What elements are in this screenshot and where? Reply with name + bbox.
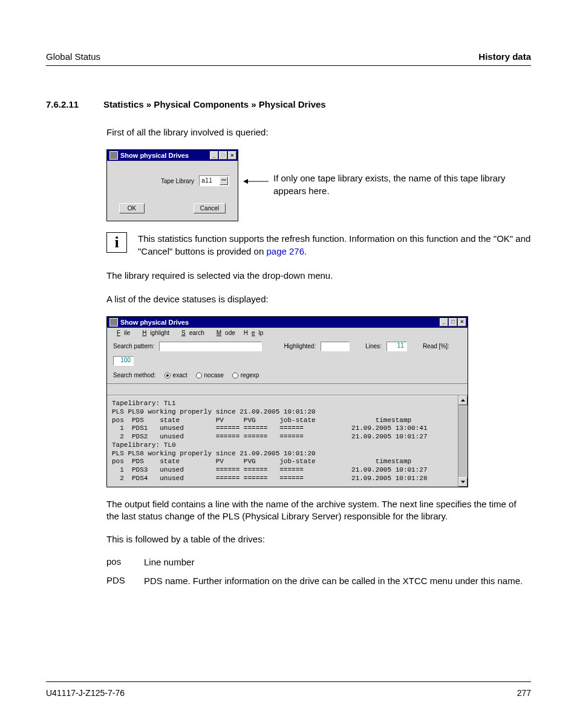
- para-table-intro: This is followed by a table of the drive…: [106, 533, 531, 545]
- select-library-dialog: Show physical Drives _ □ × Tape Library …: [106, 149, 238, 221]
- minimize-button[interactable]: _: [440, 318, 448, 327]
- lines-value: 11: [386, 342, 407, 351]
- menu-help[interactable]: Help: [240, 329, 267, 337]
- section-number: 7.6.2.11: [46, 99, 91, 109]
- intro-paragraph: First of all the library involved is que…: [106, 126, 531, 138]
- page-link[interactable]: page 276: [266, 246, 304, 256]
- svg-rect-0: [221, 180, 226, 180]
- highlighted-input[interactable]: [321, 342, 350, 351]
- def-term-pds: PDS: [106, 575, 133, 587]
- lines-label: Lines:: [365, 343, 382, 349]
- minimize-button[interactable]: _: [210, 151, 218, 160]
- close-button[interactable]: ×: [458, 318, 466, 327]
- para-list-intro: A list of the device statuses is display…: [106, 293, 531, 305]
- info-icon: i: [106, 232, 127, 253]
- search-pattern-input[interactable]: [159, 342, 262, 351]
- menu-mode[interactable]: Mode: [209, 329, 239, 337]
- app-icon: [109, 318, 118, 327]
- dropdown-value: all: [201, 178, 212, 184]
- svg-marker-3: [461, 399, 465, 401]
- callout-text: If only one tape library exists, the nam…: [273, 149, 531, 197]
- footer-docid: U41117-J-Z125-7-76: [46, 688, 125, 698]
- radio-exact[interactable]: exact: [165, 372, 187, 379]
- results-dialog: Show physical Drives _ □ × File Highligh…: [106, 316, 468, 487]
- close-button[interactable]: ×: [228, 151, 236, 160]
- para-dropdown: The library required is selected via the…: [106, 270, 531, 282]
- search-pattern-label: Search pattern:: [113, 343, 154, 349]
- output-area[interactable]: Tapelibrary: TL1 PLS PLS9 working proper…: [107, 395, 458, 487]
- tape-library-dropdown[interactable]: all: [199, 175, 229, 186]
- ok-button[interactable]: OK: [119, 203, 145, 213]
- search-method-label: Search method:: [113, 372, 156, 379]
- menubar: File Highlight Search Mode Help: [107, 328, 468, 338]
- read-value: 100: [113, 356, 134, 366]
- maximize-button: □: [219, 151, 227, 160]
- tape-library-label: Tape Library: [161, 178, 194, 184]
- app-icon: [109, 151, 118, 160]
- def-term-pos: pos: [106, 556, 133, 568]
- cancel-button[interactable]: Cancel: [194, 203, 226, 213]
- scroll-down-icon[interactable]: [458, 477, 468, 487]
- page-number: 277: [517, 688, 531, 698]
- statusbar: [107, 383, 468, 395]
- menu-file[interactable]: File: [109, 329, 134, 337]
- svg-marker-4: [461, 481, 465, 483]
- svg-marker-2: [243, 179, 248, 184]
- para-output-desc: The output field contains a line with th…: [106, 498, 531, 523]
- callout-arrow-icon: [243, 149, 269, 184]
- dialog1-title: Show physical Drives: [120, 152, 209, 159]
- read-label: Read [%]:: [423, 343, 449, 349]
- info-note: This statistics function supports the re…: [138, 232, 531, 258]
- menu-search[interactable]: Search: [174, 329, 208, 337]
- section-title: Statistics » Physical Components » Physi…: [103, 99, 326, 109]
- dialog2-titlebar[interactable]: Show physical Drives _ □ ×: [107, 317, 468, 328]
- dropdown-arrow-icon[interactable]: [220, 177, 228, 185]
- header-right: History data: [478, 51, 531, 62]
- scrollbar[interactable]: [458, 395, 468, 487]
- def-desc-pos: Line number: [144, 556, 531, 568]
- def-desc-pds: PDS name. Further information on the dri…: [144, 575, 531, 587]
- highlighted-label: Highlighted:: [284, 343, 316, 349]
- menu-highlight[interactable]: Highlight: [135, 329, 173, 337]
- header-left: Global Status: [46, 51, 100, 62]
- radio-nocase[interactable]: nocase: [196, 372, 224, 379]
- maximize-button[interactable]: □: [449, 318, 457, 327]
- dialog1-titlebar[interactable]: Show physical Drives _ □ ×: [107, 150, 238, 161]
- scroll-up-icon[interactable]: [458, 395, 468, 405]
- dialog2-title: Show physical Drives: [120, 319, 439, 326]
- radio-regexp[interactable]: regexp: [232, 372, 259, 379]
